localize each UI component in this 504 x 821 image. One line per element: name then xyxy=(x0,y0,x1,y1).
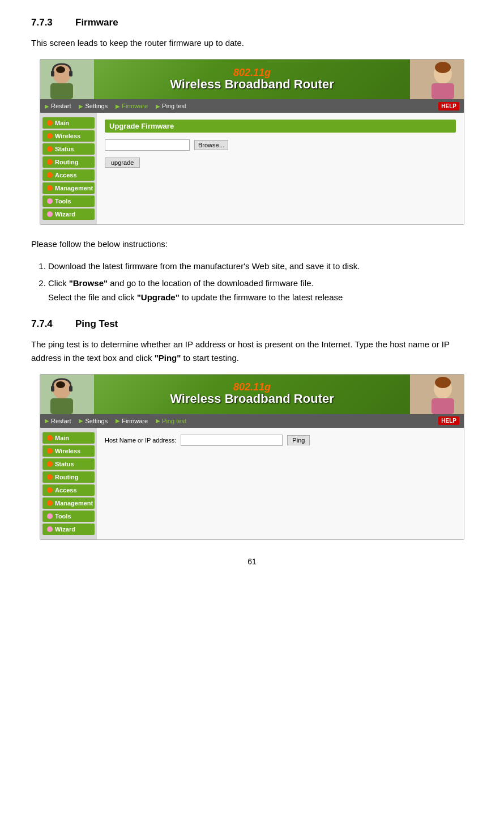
section-773-intro: This screen leads to keep the router fir… xyxy=(31,36,473,50)
svg-rect-14 xyxy=(432,398,454,414)
svg-rect-1 xyxy=(50,83,73,99)
sidebar-status: Status xyxy=(42,143,95,155)
dot-access xyxy=(47,172,53,178)
section-774-title: Ping Test xyxy=(75,318,118,330)
router-body-firmware: Main Wireless Status Routing Access Mana… xyxy=(40,113,464,224)
firmware-upload-row: Browse... xyxy=(105,139,456,151)
dot-tools xyxy=(47,198,53,204)
browse-bold: "Browse" xyxy=(69,278,108,288)
brand-802-2: 802.11g xyxy=(233,382,271,392)
section-774-heading: 7.7.4 Ping Test xyxy=(31,318,473,330)
router-nav-ping: ▶ Restart ▶ Settings ▶ Firmware ▶ Ping t… xyxy=(40,414,464,428)
firmware-screenshot: 802.11g Wireless Broadband Router ▶ Rest… xyxy=(40,59,464,225)
svg-rect-6 xyxy=(432,83,454,99)
svg-rect-11 xyxy=(51,386,54,392)
nav-settings: ▶ Settings xyxy=(79,103,108,109)
ping-input-row: Host Name or IP address: Ping xyxy=(105,435,456,446)
sidebar-management: Management xyxy=(42,182,95,194)
instructions-intro: Please follow the below instructions: xyxy=(31,237,473,251)
svg-rect-12 xyxy=(69,386,72,392)
section-773-num: 7.7.3 xyxy=(31,17,65,28)
svg-point-2 xyxy=(56,66,65,73)
sidebar-status-2: Status xyxy=(42,458,95,470)
section-773-title: Firmware xyxy=(75,17,118,28)
ping-bold: "Ping" xyxy=(155,353,181,363)
dot-main xyxy=(47,120,53,126)
nav-firmware-2: ▶ Firmware xyxy=(116,418,148,424)
router-header-firmware: 802.11g Wireless Broadband Router xyxy=(40,59,464,99)
sidebar-wireless-2: Wireless xyxy=(42,445,95,457)
brand-wireless: Wireless Broadband Router xyxy=(170,78,334,91)
dot-wireless-2 xyxy=(47,448,53,454)
header-person-left xyxy=(40,59,94,99)
page-number: 61 xyxy=(31,557,473,566)
nav-restart: ▶ Restart xyxy=(45,103,71,109)
dot-tools-2 xyxy=(47,513,53,519)
nav-restart-2: ▶ Restart xyxy=(45,418,71,424)
firmware-instructions-list: Download the latest firmware from the ma… xyxy=(48,259,473,305)
dot-management-2 xyxy=(47,500,53,506)
sidebar-wizard: Wizard xyxy=(42,209,95,220)
sidebar-tools: Tools xyxy=(42,195,95,207)
router-header-ping: 802.11g Wireless Broadband Router xyxy=(40,375,464,414)
dot-routing-2 xyxy=(47,474,53,480)
svg-point-15 xyxy=(435,377,451,388)
help-label: HELP xyxy=(438,102,459,110)
help-label-2: HELP xyxy=(438,416,459,425)
sidebar-access: Access xyxy=(42,169,95,181)
sidebar-tools-2: Tools xyxy=(42,511,95,522)
firmware-title-bar: Upgrade Firmware xyxy=(105,120,456,133)
ping-button[interactable]: Ping xyxy=(287,435,310,445)
dot-routing xyxy=(47,159,53,165)
svg-point-7 xyxy=(435,62,451,73)
nav-ping: ▶ Ping test xyxy=(156,103,186,109)
sidebar-access-2: Access xyxy=(42,484,95,496)
ping-content: Host Name or IP address: Ping xyxy=(97,428,464,539)
dot-wireless xyxy=(47,133,53,139)
sidebar-wireless: Wireless xyxy=(42,130,95,142)
upgrade-bold: "Upgrade" xyxy=(137,292,180,302)
router-brand: 802.11g Wireless Broadband Router xyxy=(94,65,410,94)
dot-main-2 xyxy=(47,435,53,441)
firmware-file-input[interactable] xyxy=(105,139,190,151)
nav-ping-active: ▶ Ping test xyxy=(156,418,186,424)
router-body-ping: Main Wireless Status Routing Access Mana… xyxy=(40,428,464,539)
nav-firmware-active: ▶ Firmware xyxy=(116,103,148,109)
svg-rect-9 xyxy=(50,398,73,414)
header-person-left-2 xyxy=(40,375,94,414)
upgrade-button[interactable]: upgrade xyxy=(105,158,140,168)
dot-wizard xyxy=(47,211,53,217)
router-brand-2: 802.11g Wireless Broadband Router xyxy=(94,379,410,409)
dot-management xyxy=(47,185,53,191)
header-person-right xyxy=(410,59,464,99)
browse-button[interactable]: Browse... xyxy=(194,140,228,150)
instruction-2: Click "Browse" and go to the location of… xyxy=(48,276,473,305)
firmware-content: Upgrade Firmware Browse... upgrade xyxy=(97,113,464,224)
brand-802: 802.11g xyxy=(233,67,271,78)
sidebar-main-2: Main xyxy=(42,432,95,444)
nav-settings-2: ▶ Settings xyxy=(79,418,108,424)
section-773-heading: 7.7.3 Firmware xyxy=(31,17,473,28)
section-774-num: 7.7.4 xyxy=(31,318,65,330)
upgrade-row: upgrade xyxy=(105,155,456,168)
header-person-right-2 xyxy=(410,375,464,414)
svg-rect-4 xyxy=(69,71,72,76)
instruction-1: Download the latest firmware from the ma… xyxy=(48,259,473,274)
ping-input[interactable] xyxy=(181,435,283,446)
svg-point-10 xyxy=(56,381,65,388)
dot-status xyxy=(47,146,53,152)
dot-wizard-2 xyxy=(47,526,53,532)
ping-screenshot: 802.11g Wireless Broadband Router ▶ Rest… xyxy=(40,374,464,540)
ping-label: Host Name or IP address: xyxy=(105,437,176,444)
dot-status-2 xyxy=(47,461,53,467)
router-sidebar-ping: Main Wireless Status Routing Access Mana… xyxy=(40,428,97,539)
sidebar-routing: Routing xyxy=(42,156,95,168)
sidebar-routing-2: Routing xyxy=(42,471,95,483)
sidebar-main: Main xyxy=(42,117,95,129)
brand-wireless-2: Wireless Broadband Router xyxy=(170,392,334,406)
section-774-intro: The ping test is to determine whether an… xyxy=(31,338,473,365)
sidebar-wizard-2: Wizard xyxy=(42,524,95,535)
router-sidebar-firmware: Main Wireless Status Routing Access Mana… xyxy=(40,113,97,224)
dot-access-2 xyxy=(47,487,53,493)
sidebar-management-2: Management xyxy=(42,497,95,509)
